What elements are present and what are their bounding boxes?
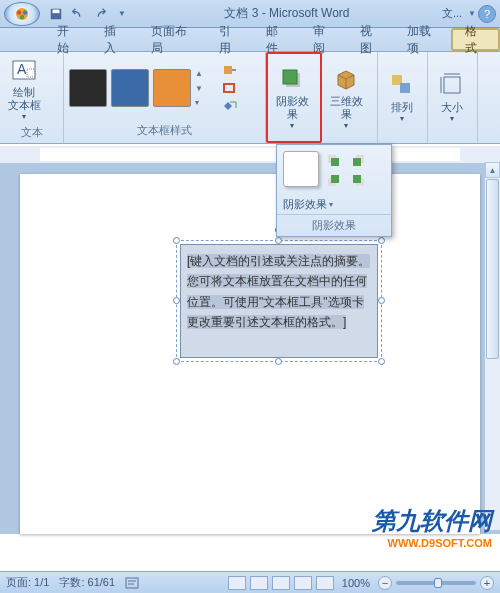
tab-insert[interactable]: 插入 — [91, 28, 138, 51]
group-label-styles: 文本框样式 — [67, 121, 262, 140]
group-shadow: 阴影效果▾ — [266, 52, 322, 143]
arrange-icon — [388, 71, 416, 99]
3d-label: 三维效果▾ — [327, 95, 365, 131]
page[interactable]: [键入文档的引述或关注点的摘要。您可将文本框放置在文档中的任何位置。可使用"文本… — [20, 174, 480, 534]
ribbon-body: A 绘制文本框▾ 文本 ▲▼▾ 文本框样式 阴影效果▾ — [0, 52, 500, 144]
style-gallery[interactable]: ▲▼▾ — [67, 67, 211, 109]
svg-rect-9 — [224, 84, 234, 92]
help-button[interactable]: ? — [478, 5, 496, 23]
shadow-preview[interactable] — [283, 151, 319, 187]
scroll-thumb[interactable] — [486, 179, 499, 359]
view-outline[interactable] — [294, 576, 312, 590]
svg-rect-5 — [53, 9, 60, 13]
ruler[interactable] — [0, 146, 500, 164]
style-tools — [221, 63, 239, 113]
svg-rect-16 — [331, 158, 339, 166]
svg-point-3 — [20, 14, 25, 19]
size-button[interactable]: 大小▾ — [431, 64, 473, 132]
tab-mailings[interactable]: 邮件 — [253, 28, 300, 51]
arrange-button[interactable]: 排列▾ — [381, 64, 423, 132]
handle-bm[interactable] — [275, 358, 282, 365]
save-button[interactable] — [46, 4, 66, 24]
tab-review[interactable]: 审阅 — [300, 28, 347, 51]
status-page[interactable]: 页面: 1/1 — [6, 575, 49, 590]
statusbar: 页面: 1/1 字数: 61/61 100% − + — [0, 571, 500, 593]
svg-text:A: A — [17, 61, 27, 77]
zoom-in[interactable]: + — [480, 576, 494, 590]
handle-tm[interactable] — [275, 237, 282, 244]
tab-references[interactable]: 引用 — [206, 28, 253, 51]
size-icon — [438, 71, 466, 99]
tab-format[interactable]: 格式 — [451, 28, 500, 51]
zoom-thumb[interactable] — [434, 578, 442, 588]
watermark-line2: WWW.D9SOFT.COM — [372, 537, 492, 549]
shape-outline-button[interactable] — [221, 81, 239, 95]
handle-mr[interactable] — [378, 297, 385, 304]
nudge-up-left[interactable] — [323, 151, 345, 169]
watermark: 第九软件网 WWW.D9SOFT.COM — [372, 505, 492, 549]
group-styles: ▲▼▾ 文本框样式 — [64, 52, 266, 143]
view-draft[interactable] — [316, 576, 334, 590]
title-extra: 文... — [442, 6, 462, 21]
shadow-icon — [278, 65, 306, 93]
shadow-dropdown-panel: 阴影效果▾ 阴影效果 — [276, 144, 392, 237]
handle-ml[interactable] — [173, 297, 180, 304]
nudge-down-right[interactable] — [347, 171, 369, 189]
style-swatch-1[interactable] — [69, 69, 107, 107]
svg-point-1 — [17, 10, 22, 15]
handle-br[interactable] — [378, 358, 385, 365]
document-area: [键入文档的引述或关注点的摘要。您可将文本框放置在文档中的任何位置。可使用"文本… — [0, 164, 500, 534]
view-web[interactable] — [272, 576, 290, 590]
vertical-scrollbar[interactable]: ▲ — [484, 162, 500, 530]
handle-tr[interactable] — [378, 237, 385, 244]
group-3d: 三维效果▾ — [322, 52, 378, 143]
svg-point-2 — [23, 10, 28, 15]
status-words[interactable]: 字数: 61/61 — [59, 575, 115, 590]
language-icon[interactable] — [125, 576, 139, 590]
gallery-up[interactable]: ▲ — [195, 69, 209, 78]
watermark-line1: 第九软件网 — [372, 505, 492, 537]
tab-layout[interactable]: 页面布局 — [138, 28, 206, 51]
shadow-effects-button[interactable]: 阴影效果▾ — [271, 64, 313, 132]
style-swatch-2[interactable] — [111, 69, 149, 107]
textbox-icon: A — [10, 56, 38, 84]
window-title: 文档 3 - Microsoft Word — [132, 5, 442, 22]
svg-rect-22 — [353, 175, 361, 183]
zoom-level[interactable]: 100% — [342, 577, 370, 589]
zoom-slider[interactable] — [396, 581, 476, 585]
office-button[interactable] — [4, 2, 40, 26]
tab-view[interactable]: 视图 — [347, 28, 394, 51]
cube-icon — [332, 65, 360, 93]
view-print-layout[interactable] — [228, 576, 246, 590]
handle-tl[interactable] — [173, 237, 180, 244]
gallery-more[interactable]: ▾ — [195, 98, 209, 107]
svg-rect-14 — [444, 77, 460, 93]
nudge-down-left[interactable] — [323, 171, 345, 189]
change-shape-button[interactable] — [221, 99, 239, 113]
shadow-label: 阴影效果▾ — [273, 95, 311, 131]
scroll-up[interactable]: ▲ — [485, 162, 500, 178]
redo-button[interactable] — [90, 4, 110, 24]
dd-footer: 阴影效果 — [277, 214, 391, 236]
office-icon — [13, 5, 31, 23]
tab-home[interactable]: 开始 — [44, 28, 91, 51]
handle-bl[interactable] — [173, 358, 180, 365]
shape-fill-button[interactable] — [221, 63, 239, 77]
textbox-selection[interactable]: [键入文档的引述或关注点的摘要。您可将文本框放置在文档中的任何位置。可使用"文本… — [180, 244, 378, 358]
draw-textbox-button[interactable]: A 绘制文本框▾ — [3, 55, 45, 123]
gallery-down[interactable]: ▼ — [195, 84, 209, 93]
qat-dropdown[interactable]: ▼ — [112, 4, 132, 24]
undo-button[interactable] — [68, 4, 88, 24]
ribbon-tabs: 开始 插入 页面布局 引用 邮件 审阅 视图 加载项 格式 — [0, 28, 500, 52]
tab-addins[interactable]: 加载项 — [394, 28, 451, 51]
3d-effects-button[interactable]: 三维效果▾ — [325, 64, 367, 132]
group-size: 大小▾ — [428, 52, 478, 143]
style-swatch-3[interactable] — [153, 69, 191, 107]
svg-rect-18 — [353, 158, 361, 166]
nudge-up-right[interactable] — [347, 151, 369, 169]
group-label-text: 文本 — [3, 123, 60, 142]
svg-rect-23 — [126, 578, 138, 588]
view-full-screen[interactable] — [250, 576, 268, 590]
zoom-out[interactable]: − — [378, 576, 392, 590]
group-arrange: 排列▾ — [378, 52, 428, 143]
